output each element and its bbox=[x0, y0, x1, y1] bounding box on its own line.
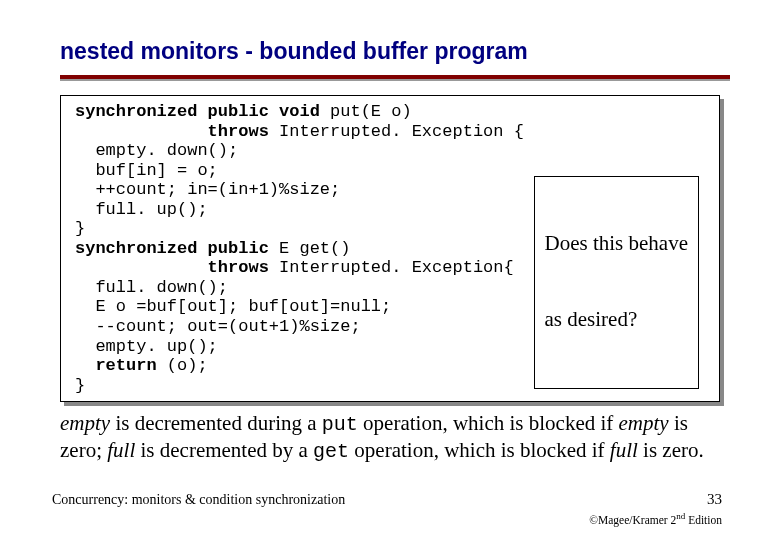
code-line: synchronized public void bbox=[75, 102, 320, 121]
code-line: E get() bbox=[269, 239, 351, 258]
code-line: Interrupted. Exception{ bbox=[269, 258, 514, 277]
code-line: throws bbox=[75, 258, 269, 277]
code-line: put(E o) bbox=[320, 102, 412, 121]
page-number: 33 bbox=[707, 491, 722, 508]
code-line: empty. up(); bbox=[75, 337, 218, 356]
callout-line: as desired? bbox=[545, 307, 688, 332]
code-block: synchronized public void put(E o) throws… bbox=[60, 95, 720, 402]
footer-left: Concurrency: monitors & condition synchr… bbox=[52, 492, 345, 508]
slide-title: nested monitors - bounded buffer program bbox=[60, 38, 730, 65]
code-line: empty. down(); bbox=[75, 141, 238, 160]
body-paragraph: empty is decremented during a put operat… bbox=[60, 410, 720, 464]
code-line: synchronized public bbox=[75, 239, 269, 258]
callout-box: Does this behave as desired? bbox=[534, 176, 699, 390]
code-line: throws bbox=[75, 122, 269, 141]
code-line: return bbox=[75, 356, 157, 375]
code-line: buf[in] = o; bbox=[75, 161, 218, 180]
callout-line: Does this behave bbox=[545, 231, 688, 256]
code-line: E o =buf[out]; buf[out]=null; bbox=[75, 297, 391, 316]
code-line: Interrupted. Exception { bbox=[269, 122, 524, 141]
code-line: ++count; in=(in+1)%size; bbox=[75, 180, 340, 199]
code-line: full. up(); bbox=[75, 200, 208, 219]
footer-right: ©Magee/Kramer 2nd Edition bbox=[589, 511, 722, 526]
code-line: } bbox=[75, 376, 85, 395]
code-line: } bbox=[75, 219, 85, 238]
title-rule bbox=[60, 75, 730, 81]
code-line: (o); bbox=[157, 356, 208, 375]
code-line: full. down(); bbox=[75, 278, 228, 297]
code-line: --count; out=(out+1)%size; bbox=[75, 317, 361, 336]
